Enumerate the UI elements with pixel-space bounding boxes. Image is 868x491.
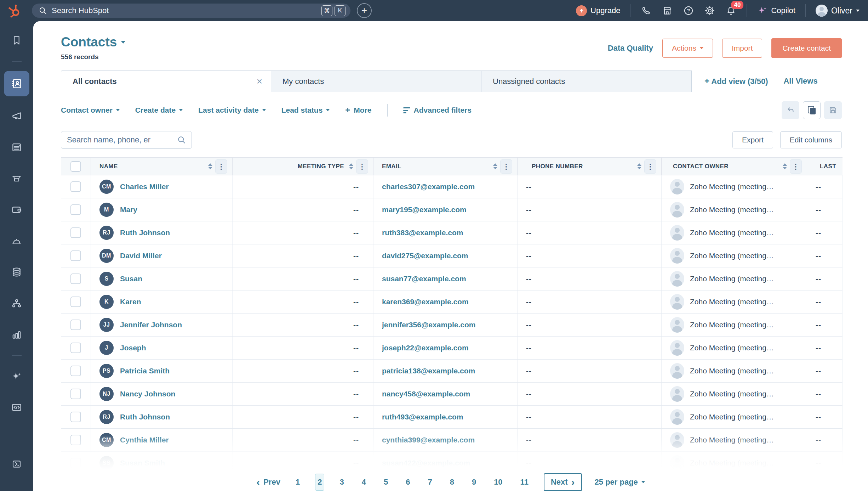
contact-name-link[interactable]: Ruth Johnson [120,228,170,237]
contact-name-link[interactable]: David Miller [120,252,162,260]
contact-email-link[interactable]: susan422@example.com [382,459,470,467]
row-checkbox[interactable] [70,435,81,445]
actions-button[interactable]: Actions [662,39,713,58]
clone-view-icon[interactable] [803,101,821,119]
view-tab[interactable]: My contacts × [271,70,481,92]
contact-email-link[interactable]: david275@example.com [382,252,468,260]
row-checkbox[interactable] [70,273,81,284]
page-number[interactable]: 7 [425,474,434,491]
page-number[interactable]: 9 [469,474,479,491]
import-button[interactable]: Import [722,39,763,58]
filter-dropdown[interactable]: Last activity date [198,106,265,114]
row-checkbox[interactable] [70,366,81,376]
prev-page-button[interactable]: ‹ Prev [256,478,280,487]
filter-dropdown[interactable]: Contact owner [61,106,120,114]
view-tab[interactable]: Unassigned contacts × [481,70,692,92]
contact-email-link[interactable]: patricia138@example.com [382,367,475,375]
notifications-bell-icon[interactable]: 40 [725,5,737,16]
row-checkbox[interactable] [70,412,81,422]
row-checkbox[interactable] [70,250,81,261]
row-checkbox[interactable] [70,320,81,330]
sidebar-item-data-database-icon[interactable] [4,261,29,283]
page-number[interactable]: 8 [447,474,457,491]
hubspot-logo-icon[interactable] [6,3,22,18]
contact-email-link[interactable]: joseph22@example.com [382,344,469,352]
contact-name-link[interactable]: Ruth Johnson [120,413,170,421]
contact-name-link[interactable]: Nancy Johnson [120,390,175,398]
per-page-selector[interactable]: 25 per page [595,478,645,487]
contact-name-link[interactable]: Patricia Smith [120,367,170,375]
sidebar-item-content-newspaper-icon[interactable] [4,136,29,159]
contact-name-link[interactable]: Joseph [120,344,146,352]
column-menu-icon[interactable]: ⋮ [500,159,512,174]
page-number[interactable]: 2 [315,474,324,491]
column-menu-icon[interactable]: ⋮ [356,159,368,174]
add-view-button[interactable]: + Add view (3/50) [704,76,768,86]
sort-icon[interactable] [493,163,497,169]
contact-name-link[interactable]: Susan [120,275,142,283]
page-number[interactable]: 5 [381,474,390,491]
sort-icon[interactable] [349,163,353,169]
all-views-button[interactable]: All Views [783,77,817,86]
view-tab[interactable]: All contacts × [61,70,271,92]
page-number[interactable]: 10 [491,474,505,491]
page-number[interactable]: 6 [403,474,412,491]
contact-email-link[interactable]: ruth383@example.com [382,228,463,237]
sidebar-item-contacts[interactable] [4,71,29,96]
global-search-input[interactable] [47,6,319,15]
contact-name-link[interactable]: Susan Smith [120,459,165,467]
page-number[interactable]: 1 [293,474,302,491]
sidebar-item-service-bell-icon[interactable] [4,230,29,252]
contact-name-link[interactable]: Karen [120,298,141,306]
page-number[interactable]: 11 [518,474,531,491]
contact-email-link[interactable]: ruth493@example.com [382,413,463,421]
data-quality-link[interactable]: Data Quality [608,44,653,53]
upgrade-button[interactable]: Upgrade [576,5,620,16]
contact-name-link[interactable]: Jennifer Johnson [120,321,182,329]
sidebar-item-marketing-megaphone-icon[interactable] [4,105,29,128]
export-button[interactable]: Export [732,131,773,148]
create-contact-button[interactable]: Create contact [771,38,842,58]
undo-icon[interactable] [782,101,799,119]
contact-name-link[interactable]: Charles Miller [120,182,169,191]
sidebar-item-commerce-wallet-icon[interactable] [4,198,29,221]
contact-email-link[interactable]: nancy458@example.com [382,390,470,398]
contact-email-link[interactable]: jennifer356@example.com [382,321,475,329]
expand-sidebar-icon[interactable] [4,453,29,475]
table-search-input[interactable] [67,135,177,145]
filter-dropdown[interactable]: Lead status [281,106,330,114]
next-page-button[interactable]: Next › [544,473,582,491]
row-checkbox[interactable] [70,181,81,192]
edit-columns-button[interactable]: Edit columns [780,131,842,148]
contact-email-link[interactable]: karen369@example.com [382,298,469,306]
account-menu[interactable]: Oliver [816,5,860,17]
calling-icon[interactable] [640,5,652,16]
filter-dropdown[interactable]: Create date [135,106,183,114]
column-menu-icon[interactable]: ⋮ [790,159,802,174]
page-title[interactable]: Contacts [61,35,125,50]
marketplace-icon[interactable] [662,5,673,16]
sidebar-item-automation-workflow-icon[interactable] [4,292,29,315]
row-checkbox[interactable] [70,204,81,215]
advanced-filters-button[interactable]: Advanced filters [403,106,472,114]
sidebar-item-sales-tray-icon[interactable] [4,167,29,190]
contact-email-link[interactable]: mary195@example.com [382,205,467,214]
global-search[interactable]: ⌘ K [32,4,350,18]
sort-icon[interactable] [783,163,787,169]
row-checkbox[interactable] [70,227,81,238]
save-view-icon[interactable] [824,101,842,119]
contact-name-link[interactable]: Mary [120,205,137,214]
more-filters-button[interactable]: + More [345,105,371,115]
contact-name-link[interactable]: Cynthia Miller [120,436,169,444]
table-search[interactable] [61,131,192,149]
column-menu-icon[interactable]: ⋮ [215,159,227,174]
page-number[interactable]: 3 [337,474,346,491]
bookmark-icon[interactable] [4,29,29,52]
row-checkbox[interactable] [70,343,81,353]
sidebar-item-reporting-chart-icon[interactable] [4,323,29,346]
sort-icon[interactable] [637,163,641,169]
select-all-checkbox[interactable] [70,161,81,172]
contact-email-link[interactable]: cynthia399@example.com [382,436,475,444]
row-checkbox[interactable] [70,458,81,468]
sidebar-item-developer-code-icon[interactable] [4,396,29,419]
